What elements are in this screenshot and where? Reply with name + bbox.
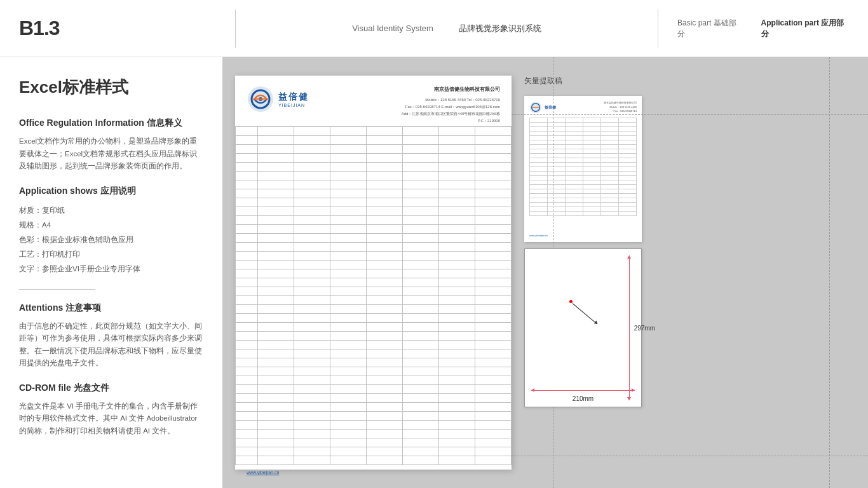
table-row	[258, 234, 294, 243]
table-row	[583, 149, 601, 154]
table-row	[548, 154, 566, 158]
table-row	[403, 349, 439, 358]
table-row	[403, 252, 439, 261]
table-row	[236, 163, 258, 172]
table-row	[294, 163, 330, 172]
doc-logo: 益倍健 YIBEIJIAN	[247, 85, 309, 113]
table-row	[439, 225, 475, 234]
table-row	[548, 127, 566, 132]
table-row	[619, 140, 637, 145]
company-info-line: Mobile：138 5166 4460 Tel：025-66226710	[402, 97, 500, 104]
nav-application: Application part 应用部分	[761, 18, 849, 39]
dim-arrow-v: 297mm	[629, 255, 630, 400]
table-row	[236, 287, 258, 296]
table-row	[403, 438, 439, 447]
table-row	[330, 136, 367, 145]
table-row	[367, 385, 403, 394]
table-row	[548, 180, 566, 185]
table-row	[601, 118, 619, 123]
table-row	[439, 447, 475, 456]
table-row	[294, 376, 330, 385]
table-row	[548, 149, 566, 154]
table-row	[619, 127, 637, 132]
table-row	[403, 225, 439, 234]
table-row	[403, 385, 439, 394]
table-row	[583, 127, 601, 132]
table-row	[583, 194, 601, 198]
table-row	[330, 216, 367, 225]
table-row	[294, 323, 330, 332]
table-row	[566, 132, 583, 136]
table-row	[367, 287, 403, 296]
list-item: 工艺：打印机打印	[19, 247, 203, 262]
table-row	[367, 127, 403, 136]
table-row	[236, 314, 258, 323]
table-row	[619, 154, 637, 158]
table-row	[475, 163, 512, 172]
table-row	[330, 180, 367, 189]
table-row	[294, 269, 330, 278]
table-row	[330, 412, 367, 421]
table-row	[367, 358, 403, 367]
table-row	[236, 261, 258, 269]
table-row	[619, 189, 637, 194]
thumb-grid-table	[529, 118, 637, 216]
table-row	[619, 176, 637, 180]
table-row	[530, 154, 548, 158]
table-row	[330, 438, 367, 447]
table-row	[619, 194, 637, 198]
table-row	[367, 403, 403, 412]
table-row	[330, 394, 367, 403]
table-row	[330, 332, 367, 341]
table-row	[475, 305, 512, 314]
dim-arrow-diagonal	[573, 303, 597, 324]
table-row	[294, 172, 330, 180]
doc-footer: www.yibeijian.cn	[235, 465, 512, 480]
table-row	[548, 132, 566, 136]
table-row	[330, 198, 367, 207]
table-row	[530, 123, 548, 127]
table-row	[294, 367, 330, 376]
table-row	[258, 376, 294, 385]
table-row	[601, 189, 619, 194]
table-row	[236, 136, 258, 145]
table-row	[236, 243, 258, 252]
table-row	[475, 127, 512, 136]
table-row	[294, 198, 330, 207]
table-row	[475, 447, 512, 456]
vis-title-en: Visual Identity System	[352, 24, 433, 33]
table-row	[583, 132, 601, 136]
table-row	[475, 180, 512, 189]
table-row	[236, 145, 258, 154]
table-row	[439, 145, 475, 154]
table-row	[330, 341, 367, 349]
table-row	[294, 261, 330, 269]
table-row	[601, 123, 619, 127]
table-row	[236, 323, 258, 332]
dim-label-h: 210mm	[573, 395, 593, 402]
table-row	[475, 261, 512, 269]
table-row	[403, 269, 439, 278]
table-row	[403, 358, 439, 367]
header: B1.3 Visual Identity System 品牌视觉形象识别系统 B…	[0, 0, 868, 57]
table-row	[530, 185, 548, 189]
table-row	[258, 447, 294, 456]
table-row	[601, 172, 619, 176]
divider	[19, 289, 95, 290]
thumb-header: 益倍健 南京益倍健生物科技有限公司 Mobile：138 5166 4460 F…	[529, 101, 637, 114]
svg-rect-6	[532, 107, 539, 108]
dimension-box: 297mm 210mm	[524, 248, 642, 407]
table-row	[367, 296, 403, 305]
section2-title: Application shows 应用说明	[19, 186, 203, 197]
table-row	[330, 127, 367, 136]
header-center: Visual Identity System 品牌视觉形象识别系统	[235, 10, 658, 48]
table-row	[236, 198, 258, 207]
table-row	[583, 207, 601, 212]
table-row	[367, 421, 403, 430]
table-row	[530, 163, 548, 167]
table-row	[403, 198, 439, 207]
table-row	[258, 269, 294, 278]
table-row	[258, 180, 294, 189]
table-row	[403, 314, 439, 323]
table-row	[258, 456, 294, 465]
